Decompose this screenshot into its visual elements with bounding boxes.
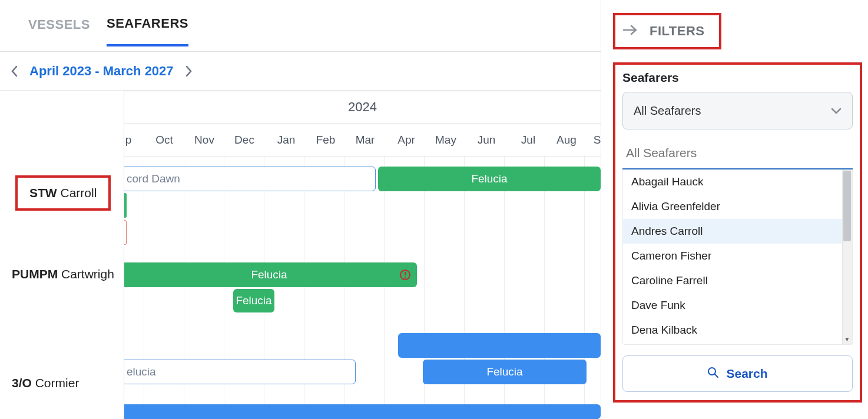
tab-vessels[interactable]: VESSELS [28,17,90,45]
assignment-bar-felucia-cartwright[interactable]: Felucia [121,262,417,287]
seafarer-name: Carroll [61,186,97,199]
scrollbar-thumb[interactable] [843,171,851,241]
next-period-button[interactable] [178,61,198,81]
month-cell: Apr [389,124,424,157]
alert-icon [399,269,411,281]
rank-label: STW [29,186,57,199]
svg-point-2 [405,277,406,278]
month-cell: Feb [308,124,343,157]
month-cell: Jun [469,124,504,157]
month-cell: Oct [147,124,182,157]
month-cell: Nov [187,124,222,157]
seafarer-search-input[interactable] [622,138,853,169]
date-range-label[interactable]: April 2023 - March 2027 [29,64,174,79]
row-label-carroll: STW Carroll [4,175,111,211]
svg-line-5 [715,374,718,377]
planning-grid: STW Carroll PUMPM Cartwrigh 3/O Cormier … [0,91,601,419]
list-item[interactable]: Caroline Farrell [623,268,852,293]
search-button-label: Search [726,367,767,381]
list-item[interactable]: Abagail Hauck [623,169,852,194]
month-cell: May [428,124,463,157]
scrollbar[interactable]: ▲ ▼ [842,169,852,344]
gridline [384,157,385,419]
filters-header[interactable]: FILTERS [613,13,721,49]
filters-panel: FILTERS Seafarers All Seafarers Abagail … [601,0,868,419]
assignment-bar-felucia-white[interactable]: elucia [121,360,356,384]
search-button[interactable]: Search [622,355,853,392]
month-cell: Mar [347,124,383,157]
rank-label: 3/O [12,376,32,390]
seafarer-name: Cartwrigh [61,267,114,281]
dropdown-value: All Seafarers [634,104,701,118]
assignment-bar-felucia-blue[interactable]: Felucia [423,360,587,384]
filters-title: FILTERS [650,24,705,39]
month-cell: Jan [269,124,304,157]
svg-point-4 [708,368,715,375]
rank-label: PUMPM [12,267,58,281]
prev-period-button[interactable] [5,61,25,81]
chevron-down-icon [831,104,842,118]
list-item[interactable]: Dave Funk [623,293,852,318]
list-item[interactable]: Alivia Greenfelder [623,194,852,219]
assignment-bar-cord-dawn[interactable]: cord Dawn [121,167,376,191]
chevron-right-icon [184,65,193,77]
month-header: p Oct Nov Dec Jan Feb Mar Apr May Jun Ju… [124,124,601,157]
scroll-down-icon[interactable]: ▼ [842,334,852,344]
seafarer-options-list: Abagail Hauck Alivia Greenfelder Andres … [622,169,853,345]
year-label: 2024 [348,99,377,115]
seafarers-filter-section: Seafarers All Seafarers Abagail Hauck Al… [613,62,862,403]
tab-seafarers[interactable]: SEAFARERS [107,16,188,46]
list-item[interactable]: Cameron Fisher [623,244,852,268]
seafarer-name: Cormier [35,376,79,390]
month-cell: Aug [549,124,584,157]
row-label-cormier: 3/O Cormier [0,376,124,390]
arrow-right-icon [622,24,639,38]
month-cell: Jul [511,124,546,157]
list-item[interactable]: Andres Carroll [623,219,852,244]
chevron-left-icon [11,65,19,77]
search-icon [707,367,719,381]
assignment-bar-felucia[interactable]: Felucia [378,167,601,191]
bar-label: Felucia [251,268,287,281]
assignment-bar-blue-top[interactable] [398,333,601,358]
row-label-cartwright: PUMPM Cartwrigh [0,267,124,281]
assignment-chip-felucia[interactable]: Felucia [233,289,274,312]
row-labels-column: STW Carroll PUMPM Cartwrigh 3/O Cormier [0,91,124,419]
year-header: 2024 [124,91,601,124]
section-title: Seafarers [622,71,853,85]
seafarers-dropdown[interactable]: All Seafarers [622,92,853,129]
timeline-grid: 2024 p Oct Nov Dec Jan Feb Mar Apr May J… [124,91,601,419]
assignment-bar-bottom[interactable] [121,404,601,419]
month-cell: S [591,124,601,157]
list-item[interactable]: Dena Kilback [623,318,852,342]
month-cell: Dec [227,124,262,157]
